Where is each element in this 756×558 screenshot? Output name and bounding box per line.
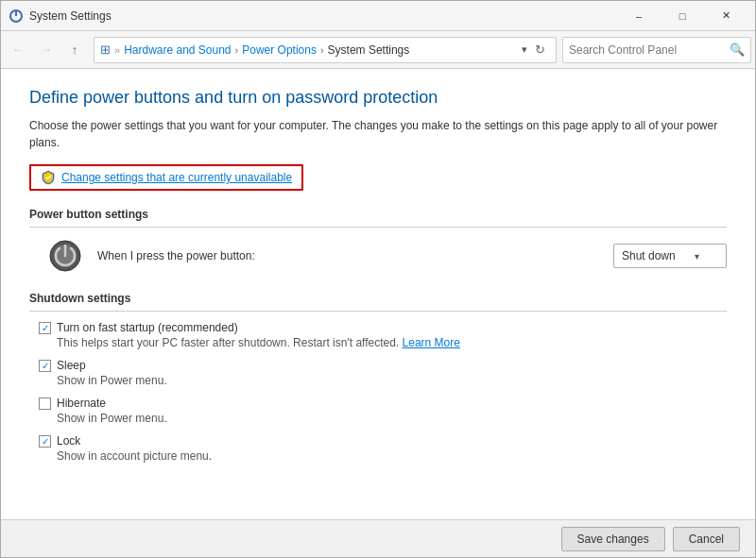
window-icon: [9, 8, 24, 24]
dropdown-arrow: ▾: [695, 251, 699, 262]
search-icon[interactable]: 🔍: [730, 42, 745, 57]
title-bar-controls: – □ ✕: [617, 1, 747, 31]
fast-startup-desc: This helps start your PC faster after sh…: [57, 336, 727, 349]
breadcrumb-sep2: ›: [320, 44, 324, 56]
title-bar-left: System Settings: [9, 8, 112, 24]
dropdown-value: Shut down: [622, 249, 676, 262]
shield-icon: [41, 170, 56, 185]
change-settings-label: Change settings that are currently unava…: [61, 171, 292, 184]
fast-startup-label-row: Turn on fast startup (recommended): [39, 321, 727, 334]
hibernate-row: Hibernate Show in Power menu.: [39, 397, 727, 425]
search-input[interactable]: [569, 43, 726, 57]
lock-row: Lock Show in account picture menu.: [39, 434, 727, 463]
breadcrumb-sep1: ›: [235, 44, 239, 56]
address-icons: ▾ ↻: [522, 40, 550, 60]
shutdown-settings: Shutdown settings Turn on fast startup (…: [29, 292, 727, 463]
content-area: Define power buttons and turn on passwor…: [1, 69, 755, 519]
sleep-desc: Show in Power menu.: [57, 374, 727, 387]
fast-startup-checkbox[interactable]: [39, 322, 51, 334]
save-button[interactable]: Save changes: [561, 527, 665, 551]
hibernate-desc: Show in Power menu.: [57, 412, 727, 425]
window-title: System Settings: [29, 9, 112, 23]
sleep-label: Sleep: [57, 359, 86, 372]
forward-button[interactable]: →: [33, 37, 60, 63]
fast-startup-label: Turn on fast startup (recommended): [57, 321, 238, 334]
lock-label: Lock: [57, 434, 80, 448]
lock-label-row: Lock: [39, 434, 727, 448]
search-box[interactable]: 🔍: [562, 37, 751, 63]
sleep-label-row: Sleep: [39, 359, 727, 372]
lock-desc: Show in account picture menu.: [57, 449, 727, 463]
nav-bar: ← → ↑ ⊞ » Hardware and Sound › Power Opt…: [1, 31, 755, 69]
sleep-checkbox[interactable]: [39, 360, 51, 372]
title-bar: System Settings – □ ✕: [1, 1, 755, 31]
power-button-label: When I press the power button:: [97, 249, 598, 262]
sleep-row: Sleep Show in Power menu.: [39, 359, 727, 387]
hibernate-label: Hibernate: [57, 397, 106, 410]
main-window: System Settings – □ ✕ ← → ↑ ⊞ » Hardware…: [0, 0, 756, 558]
address-bar[interactable]: ⊞ » Hardware and Sound › Power Options ›…: [94, 37, 557, 63]
page-description: Choose the power settings that you want …: [29, 117, 727, 151]
change-settings-button[interactable]: Change settings that are currently unava…: [29, 164, 303, 191]
breadcrumb-power[interactable]: Power Options: [242, 43, 317, 57]
power-button-row: When I press the power button: Shut down…: [48, 239, 727, 273]
learn-more-link[interactable]: Learn More: [403, 336, 460, 349]
refresh-button[interactable]: ↻: [529, 40, 550, 60]
footer: Save changes Cancel: [1, 519, 755, 557]
minimize-button[interactable]: –: [617, 1, 661, 31]
fast-startup-row: Turn on fast startup (recommended) This …: [39, 321, 727, 349]
breadcrumb-sep0: »: [114, 44, 120, 56]
page-title: Define power buttons and turn on passwor…: [29, 88, 727, 108]
home-icon: ⊞: [100, 42, 111, 57]
breadcrumb-current: System Settings: [328, 43, 410, 57]
hibernate-label-row: Hibernate: [39, 397, 727, 410]
lock-checkbox[interactable]: [39, 435, 51, 448]
up-button[interactable]: ↑: [61, 37, 88, 63]
power-icon: [48, 239, 82, 273]
power-action-dropdown[interactable]: Shut down ▾: [613, 244, 727, 268]
power-section-header: Power button settings: [29, 208, 727, 228]
close-button[interactable]: ✕: [704, 1, 747, 31]
cancel-button[interactable]: Cancel: [673, 527, 740, 551]
address-dropdown-arrow[interactable]: ▾: [522, 43, 527, 56]
maximize-button[interactable]: □: [661, 1, 704, 31]
breadcrumb-hardware[interactable]: Hardware and Sound: [124, 43, 231, 57]
hibernate-checkbox[interactable]: [39, 397, 51, 410]
back-button[interactable]: ←: [5, 37, 31, 63]
shutdown-header: Shutdown settings: [29, 292, 727, 312]
